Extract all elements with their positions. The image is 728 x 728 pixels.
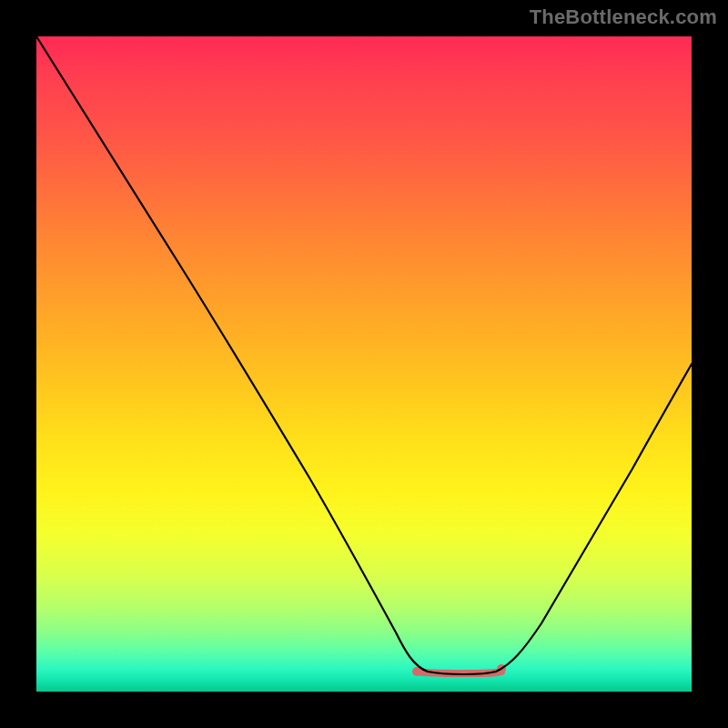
chart-container: TheBottleneck.com bbox=[0, 0, 728, 728]
curve-svg bbox=[36, 36, 692, 692]
attribution-text: TheBottleneck.com bbox=[530, 5, 717, 29]
bottleneck-curve bbox=[36, 36, 692, 674]
plot-area bbox=[36, 36, 692, 692]
